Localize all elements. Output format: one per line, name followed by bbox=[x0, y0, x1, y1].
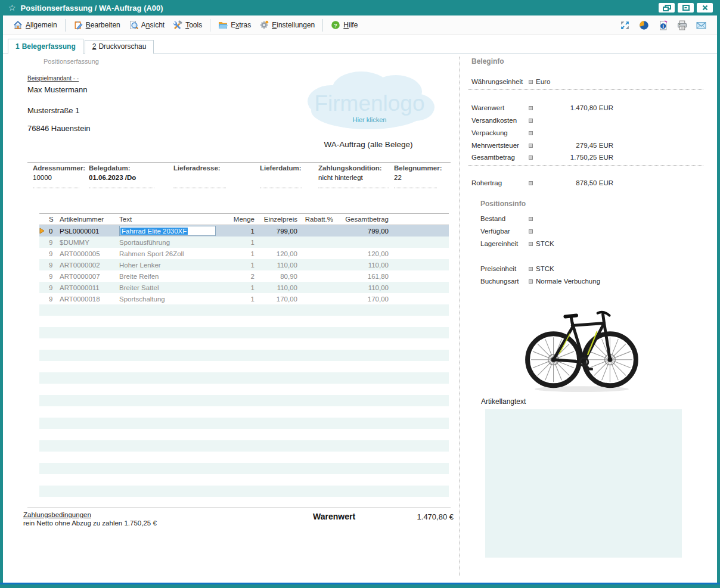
field-label: Lieferdatum: bbox=[260, 164, 318, 172]
tab-druckvorschau[interactable]: 2Druckvorschau bbox=[85, 40, 154, 54]
menu-item-label: Ansicht bbox=[141, 21, 165, 29]
beleginfo-row-verpackung: Verpackung bbox=[471, 129, 615, 138]
longtext-box[interactable] bbox=[485, 409, 682, 558]
info-label: Rohertrag bbox=[471, 179, 502, 186]
position-row[interactable]: 9ART0000002Hoher Lenker1110,00110,00 bbox=[39, 259, 449, 270]
field-value[interactable]: nicht hinterlegt bbox=[318, 174, 394, 183]
cell-artikelnummer: ART0000011 bbox=[57, 282, 117, 293]
sender-line[interactable]: Beispielmandant - - bbox=[27, 75, 79, 82]
empty-row bbox=[39, 429, 449, 440]
cell-menge: 2 bbox=[218, 270, 257, 282]
close-button[interactable] bbox=[697, 3, 713, 13]
field-value[interactable] bbox=[260, 174, 318, 183]
bullet-icon bbox=[529, 131, 533, 135]
cell-einzelpreis: 80,90 bbox=[257, 270, 300, 282]
window-arrange-icon[interactable] bbox=[620, 20, 630, 30]
positionsinfo-title: Positionsinfo bbox=[480, 200, 526, 208]
document-info-icon[interactable]: i bbox=[658, 20, 668, 30]
email-icon[interactable] bbox=[696, 20, 706, 30]
cell-s: 9 bbox=[46, 259, 57, 270]
tools-icon bbox=[173, 20, 182, 30]
cell-text: Breiter Sattel bbox=[117, 282, 218, 293]
cell-rabatt bbox=[300, 270, 336, 282]
folder-icon bbox=[218, 20, 228, 30]
cell-filler bbox=[391, 282, 449, 293]
beleginfo-row-w-hrungseinheit: WährungseinheitEuro bbox=[471, 77, 615, 87]
position-row[interactable]: 9$DUMMYSportausführung1 bbox=[39, 237, 449, 248]
pie-chart-icon[interactable] bbox=[639, 20, 649, 30]
info-label: Verpackung bbox=[471, 129, 508, 136]
cell-einzelpreis: 120,00 bbox=[257, 248, 300, 259]
maximize-button[interactable] bbox=[678, 3, 694, 13]
company-logo-placeholder[interactable]: Firmenlogo Hier klicken bbox=[297, 64, 440, 139]
svg-text:i: i bbox=[663, 23, 664, 29]
beleginfo-row-warenwert: Warenwert1.470,80 EUR bbox=[471, 104, 615, 113]
printer-icon[interactable] bbox=[677, 20, 687, 30]
field-lieferdatum[interactable]: Lieferdatum: bbox=[260, 164, 318, 188]
field-value[interactable]: 10000 bbox=[33, 174, 89, 183]
cell-menge: 1 bbox=[218, 259, 257, 270]
cell-artikelnummer: ART0000005 bbox=[57, 248, 117, 259]
row-marker-cell bbox=[39, 282, 46, 293]
field-zahlungskondition[interactable]: Zahlungskondition:nicht hinterlegt bbox=[318, 164, 394, 188]
text-edit-input[interactable]: Fahrrad Elite 2030XF bbox=[119, 226, 216, 236]
empty-row bbox=[39, 316, 449, 327]
menu-item-einstellungen[interactable]: Einstellungen bbox=[255, 18, 319, 32]
position-row[interactable]: 0PSL0000001Fahrrad Elite 2030XF1799,0079… bbox=[39, 225, 449, 237]
cell-s: 9 bbox=[46, 248, 57, 259]
menu-item-tools[interactable]: Tools bbox=[169, 18, 206, 32]
logo-hint[interactable]: Hier klicken bbox=[353, 116, 387, 123]
field-belegdatum[interactable]: Belegdatum:01.06.2023 /Do bbox=[89, 164, 173, 188]
cell-rabatt bbox=[300, 225, 336, 237]
bullet-icon bbox=[529, 279, 533, 284]
menu-item-ansicht[interactable]: Ansicht bbox=[125, 18, 169, 32]
positionsinfo-row-buchungsart: BuchungsartNormale Verbuchung bbox=[480, 277, 623, 287]
recipient-name[interactable]: Max Mustermann bbox=[27, 85, 87, 94]
window-controls bbox=[659, 3, 715, 13]
row-marker-cell bbox=[39, 259, 46, 270]
field-underline bbox=[33, 183, 79, 188]
field-underline bbox=[260, 183, 302, 188]
payment-terms-text: rein Netto ohne Abzug zu zahlen 1.750,25… bbox=[23, 519, 157, 527]
restore-button[interactable] bbox=[659, 3, 675, 13]
position-row[interactable]: 9ART0000005Rahmen Sport 26Zoll1120,00120… bbox=[39, 248, 449, 259]
position-row[interactable]: 9ART0000018Sportschaltung1170,00170,00 bbox=[39, 293, 449, 304]
header-cell-rabatt: Rabatt.% bbox=[300, 214, 336, 225]
info-label: Versandkosten bbox=[471, 117, 517, 124]
current-row-marker-icon bbox=[39, 228, 45, 234]
cell-gesamtbetrag bbox=[336, 237, 391, 248]
menubar: AllgemeinBearbeitenAnsichtToolsExtrasEin… bbox=[3, 15, 717, 35]
header-fields: Adressnummer:10000Belegdatum:01.06.2023 … bbox=[33, 164, 445, 188]
menu-item-extras[interactable]: Extras bbox=[214, 18, 255, 32]
field-label: Lieferadresse: bbox=[173, 164, 260, 172]
edit-icon bbox=[73, 20, 83, 30]
position-row[interactable]: 9ART0000011Breiter Sattel1110,00110,00 bbox=[39, 282, 449, 293]
position-row[interactable]: 9ART0000007Breite Reifen280,90161,80 bbox=[39, 270, 449, 282]
positionsinfo-row-preiseinheit: PreiseinheitSTCK bbox=[480, 265, 623, 274]
recipient-city[interactable]: 76846 Hauenstein bbox=[27, 124, 91, 133]
menu-item-hilfe[interactable]: ?Hilfe bbox=[327, 18, 362, 32]
recipient-street[interactable]: Musterstraße 1 bbox=[27, 106, 79, 115]
menu-item-allgemein[interactable]: Allgemein bbox=[9, 18, 61, 32]
field-adressnummer[interactable]: Adressnummer:10000 bbox=[33, 164, 89, 188]
header-cell-einzelpreis: Einzelpreis bbox=[257, 214, 300, 225]
field-underline bbox=[394, 183, 437, 188]
field-value[interactable]: 01.06.2023 /Do bbox=[89, 174, 173, 183]
field-value[interactable] bbox=[173, 174, 260, 183]
cell-rabatt bbox=[300, 237, 336, 248]
empty-row bbox=[39, 384, 449, 395]
cell-text: Sportausführung bbox=[117, 237, 218, 248]
info-label: Warenwert bbox=[471, 104, 504, 111]
info-value: Euro bbox=[536, 78, 613, 85]
payment-terms-link[interactable]: Zahlungsbedingungen bbox=[23, 511, 157, 518]
cell-s: 9 bbox=[46, 282, 57, 293]
window-title: Positionserfassung / WA-Auftrag (A00) bbox=[21, 4, 163, 13]
field-lieferadresse[interactable]: Lieferadresse: bbox=[173, 164, 260, 188]
field-value[interactable]: 22 bbox=[394, 174, 445, 183]
cell-gesamtbetrag: 110,00 bbox=[336, 259, 391, 270]
field-belegnummer[interactable]: Belegnummer:22 bbox=[394, 164, 445, 188]
tab-belegerfassung[interactable]: 1Belegerfassung bbox=[8, 39, 83, 54]
cell-rabatt bbox=[300, 248, 336, 259]
favorite-star-icon[interactable]: ☆ bbox=[8, 3, 16, 13]
menu-item-bearbeiten[interactable]: Bearbeiten bbox=[69, 18, 125, 32]
